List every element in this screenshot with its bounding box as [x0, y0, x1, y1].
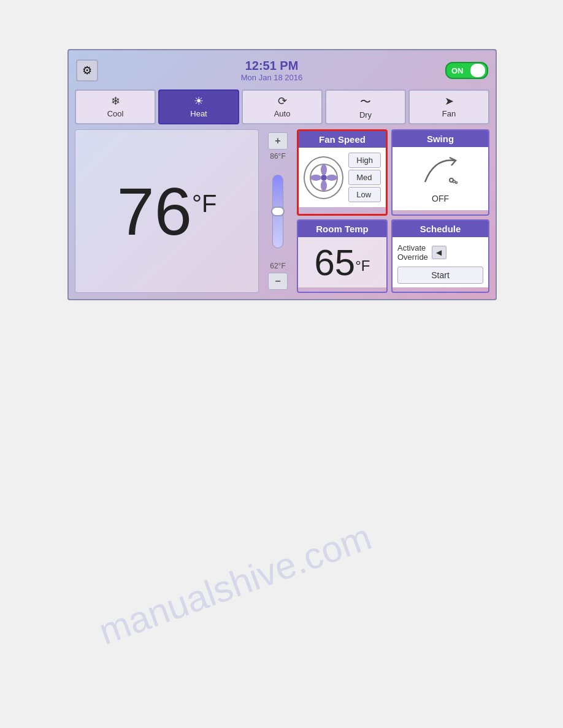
temp-min-label: 62°F: [270, 262, 285, 270]
time-section: 12:51 PM Mon Jan 18 2016: [98, 59, 445, 82]
room-temp-panel: Room Temp 65 °F: [297, 219, 388, 293]
mode-btn-fan[interactable]: ➤ Fan: [408, 89, 489, 124]
cool-label: Cool: [107, 109, 124, 118]
power-toggle[interactable]: ON: [445, 62, 488, 79]
temp-panel: 76 °F: [75, 129, 259, 293]
main-content: 76 °F + 86°F 62°F −: [75, 129, 489, 293]
swing-svg: [422, 154, 459, 185]
svg-point-2: [321, 164, 327, 175]
override-arrow-button[interactable]: ◀: [432, 246, 446, 259]
swing-panel: Swing OFF: [391, 129, 489, 216]
fan-speed-content: High Med Low: [299, 148, 386, 207]
speed-low-button[interactable]: Low: [348, 187, 381, 202]
heat-icon: ☀: [162, 94, 236, 108]
svg-point-5: [310, 175, 321, 181]
temp-max-label: 86°F: [270, 152, 285, 161]
svg-point-3: [326, 175, 337, 181]
auto-label: Auto: [274, 109, 291, 118]
room-temp-unit: °F: [355, 257, 370, 275]
bottom-right-row: Room Temp 65 °F Schedule ActivateOverrid…: [297, 219, 489, 293]
power-on-label: ON: [451, 66, 464, 75]
fan-label: Fan: [442, 109, 456, 118]
swing-status: OFF: [432, 194, 449, 203]
speed-high-button[interactable]: High: [348, 153, 381, 168]
cool-icon: ❄: [79, 94, 152, 108]
room-temp-value: 65: [314, 241, 355, 284]
slider-fill: [272, 175, 283, 248]
fan-icon: [304, 156, 343, 199]
schedule-content: ActivateOverride ◀ Start: [393, 237, 488, 287]
date-display: Mon Jan 18 2016: [98, 73, 445, 82]
speed-med-button[interactable]: Med: [348, 170, 381, 185]
dry-label: Dry: [359, 110, 372, 119]
slider-thumb: [271, 207, 285, 216]
svg-point-9: [456, 181, 458, 183]
current-temp: 76: [117, 178, 192, 245]
time-display: 12:51 PM: [98, 59, 445, 73]
power-knob: [470, 64, 485, 77]
fan-speed-title: Fan Speed: [299, 131, 386, 148]
svg-point-4: [321, 180, 327, 191]
fan-svg: [308, 162, 339, 193]
thermostat-ui: ⚙ 12:51 PM Mon Jan 18 2016 ON ❄ Cool ☀ H…: [67, 49, 497, 300]
right-panel: Fan Speed: [297, 129, 489, 293]
mode-buttons-row: ❄ Cool ☀ Heat ⟳ Auto 〜 Dry ➤ Fan: [75, 89, 489, 124]
schedule-title: Schedule: [393, 221, 488, 237]
room-temp-content: 65 °F: [298, 237, 386, 287]
schedule-panel: Schedule ActivateOverride ◀ Start: [391, 219, 489, 293]
heat-label: Heat: [190, 109, 207, 118]
mode-btn-heat[interactable]: ☀ Heat: [158, 89, 239, 124]
watermark: manualshive.com: [93, 515, 377, 653]
gear-icon: ⚙: [82, 64, 92, 77]
swing-content: OFF: [393, 147, 488, 210]
fan-speed-buttons: High Med Low: [348, 153, 381, 202]
settings-button[interactable]: ⚙: [76, 59, 98, 82]
svg-point-8: [453, 180, 455, 183]
svg-point-6: [321, 175, 326, 180]
auto-icon: ⟳: [245, 94, 319, 108]
top-right-row: Fan Speed: [297, 129, 489, 216]
swing-title: Swing: [393, 131, 488, 147]
swing-icon[interactable]: [422, 154, 459, 191]
fan-mode-icon: ➤: [412, 94, 486, 108]
header-bar: ⚙ 12:51 PM Mon Jan 18 2016 ON: [75, 56, 489, 85]
temp-slider-track[interactable]: [272, 175, 283, 248]
activate-override-label: ActivateOverride: [397, 243, 428, 262]
temp-decrease-button[interactable]: −: [268, 273, 288, 290]
mode-btn-auto[interactable]: ⟳ Auto: [242, 89, 323, 124]
mode-btn-cool[interactable]: ❄ Cool: [75, 89, 156, 124]
dry-icon: 〜: [329, 94, 402, 109]
mode-btn-dry[interactable]: 〜 Dry: [325, 89, 406, 124]
temp-slider-area: + 86°F 62°F −: [262, 129, 293, 293]
room-temp-title: Room Temp: [298, 221, 386, 237]
activate-override-row: ActivateOverride ◀: [397, 243, 483, 262]
fan-speed-panel: Fan Speed: [297, 129, 388, 216]
temp-unit: °F: [192, 190, 216, 218]
temp-increase-button[interactable]: +: [268, 132, 288, 150]
start-button[interactable]: Start: [397, 267, 483, 284]
